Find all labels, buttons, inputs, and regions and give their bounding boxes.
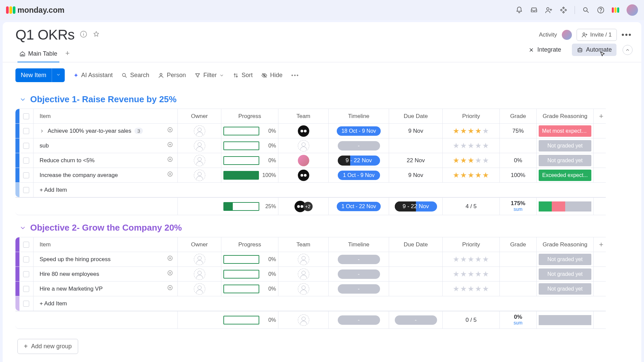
- row-checkbox[interactable]: [23, 187, 29, 193]
- product-switcher-icon[interactable]: [612, 6, 619, 14]
- col-owner[interactable]: Owner: [178, 109, 221, 123]
- priority-cell[interactable]: ★★★★★: [443, 153, 500, 168]
- col-grade[interactable]: Grade: [500, 237, 537, 252]
- add-item-row[interactable]: + Add Item: [15, 296, 606, 311]
- add-update-icon[interactable]: [167, 255, 173, 263]
- item-name-cell[interactable]: Increase the company average: [34, 168, 178, 182]
- new-item-caret[interactable]: [52, 68, 65, 82]
- col-progress[interactable]: Progress: [221, 237, 278, 252]
- sort-button[interactable]: Sort: [233, 72, 253, 79]
- team-placeholder[interactable]: [298, 254, 309, 265]
- info-icon[interactable]: [80, 31, 87, 40]
- team-cell[interactable]: [278, 267, 329, 281]
- automate-button[interactable]: Automate: [572, 44, 616, 56]
- priority-cell[interactable]: ★★★★★: [443, 138, 500, 153]
- group-header[interactable]: Objective 1- Raise Revenue by 25%: [15, 92, 641, 109]
- reason-cell[interactable]: Not graded yet: [537, 153, 594, 168]
- team-cell[interactable]: [278, 282, 329, 296]
- add-column-button[interactable]: +: [594, 109, 606, 123]
- add-update-icon[interactable]: [167, 141, 173, 150]
- timeline-pill[interactable]: -: [338, 141, 380, 150]
- team-avatar-group[interactable]: [298, 170, 309, 181]
- hide-button[interactable]: Hide: [261, 72, 282, 79]
- progress-cell[interactable]: 0%: [221, 252, 278, 266]
- col-due[interactable]: Due Date: [389, 237, 443, 252]
- team-cell[interactable]: [278, 124, 329, 138]
- owner-cell[interactable]: [178, 267, 221, 281]
- due-cell[interactable]: 9 Nov: [389, 168, 443, 182]
- progress-cell[interactable]: 100%: [221, 168, 278, 182]
- owner-cell[interactable]: [178, 252, 221, 266]
- due-cell[interactable]: 9 Nov: [389, 124, 443, 138]
- timeline-cell[interactable]: 9 - 22 Nov: [329, 153, 389, 168]
- col-due[interactable]: Due Date: [389, 109, 443, 123]
- col-grade[interactable]: Grade: [500, 109, 537, 123]
- row-checkbox[interactable]: [23, 256, 29, 262]
- col-item[interactable]: Item: [34, 237, 178, 252]
- activity-label[interactable]: Activity: [539, 32, 557, 38]
- grade-cell[interactable]: [500, 252, 537, 266]
- timeline-cell[interactable]: -: [329, 138, 389, 153]
- reason-cell[interactable]: Not graded yet: [537, 138, 594, 153]
- reason-cell[interactable]: Met most expecta...: [537, 124, 594, 138]
- help-icon[interactable]: [597, 6, 604, 14]
- activity-avatar[interactable]: [562, 30, 572, 40]
- more-icon[interactable]: •••: [622, 30, 632, 40]
- team-cell[interactable]: [278, 252, 329, 266]
- col-item[interactable]: Item: [34, 109, 178, 123]
- star-icon[interactable]: [93, 31, 100, 40]
- owner-cell[interactable]: [178, 282, 221, 296]
- item-name-cell[interactable]: Achieve 100% year-to-year sales 3: [34, 124, 178, 138]
- add-group-button[interactable]: + Add new group: [17, 339, 78, 354]
- expand-subitems-icon[interactable]: [40, 129, 44, 133]
- team-placeholder[interactable]: [298, 268, 309, 280]
- team-avatar-person[interactable]: [298, 155, 309, 166]
- priority-cell[interactable]: ★★★★★: [443, 168, 500, 182]
- progress-cell[interactable]: 0%: [221, 124, 278, 138]
- timeline-cell[interactable]: -: [329, 282, 389, 296]
- priority-cell[interactable]: ★★★★★: [443, 124, 500, 138]
- add-update-icon[interactable]: [167, 171, 173, 179]
- integrate-button[interactable]: Integrate: [523, 44, 566, 56]
- progress-cell[interactable]: 0%: [221, 153, 278, 168]
- grade-cell[interactable]: 100%: [500, 168, 537, 182]
- bell-icon[interactable]: [516, 6, 523, 14]
- item-name-cell[interactable]: Hire 80 new employees: [34, 267, 178, 281]
- add-update-icon[interactable]: [167, 270, 173, 278]
- ai-assistant-button[interactable]: ✦AI Assistant: [73, 72, 113, 79]
- search-icon[interactable]: [582, 6, 590, 14]
- timeline-pill[interactable]: -: [338, 269, 380, 279]
- invite-button[interactable]: Invite / 1: [577, 29, 617, 41]
- progress-cell[interactable]: 0%: [221, 282, 278, 296]
- row-checkbox[interactable]: [23, 301, 29, 307]
- select-all-checkbox[interactable]: [23, 242, 29, 248]
- timeline-cell[interactable]: 18 Oct - 9 Nov: [329, 124, 389, 138]
- apps-icon[interactable]: [560, 6, 567, 14]
- grade-cell[interactable]: 75%: [500, 124, 537, 138]
- timeline-cell[interactable]: 1 Oct - 9 Nov: [329, 168, 389, 182]
- team-cell[interactable]: [278, 138, 329, 153]
- owner-cell[interactable]: [178, 168, 221, 182]
- due-cell[interactable]: 22 Nov: [389, 153, 443, 168]
- invite-members-icon[interactable]: [545, 6, 552, 14]
- team-placeholder[interactable]: [298, 283, 309, 295]
- col-timeline[interactable]: Timeline: [329, 109, 389, 123]
- team-cell[interactable]: [278, 153, 329, 168]
- team-cell[interactable]: [278, 168, 329, 182]
- row-checkbox[interactable]: [23, 143, 29, 149]
- person-filter-button[interactable]: Person: [158, 72, 186, 79]
- row-checkbox[interactable]: [23, 128, 29, 134]
- owner-cell[interactable]: [178, 124, 221, 138]
- col-owner[interactable]: Owner: [178, 237, 221, 252]
- col-reason[interactable]: Grade Reasoning: [537, 109, 594, 123]
- col-team[interactable]: Team: [278, 109, 329, 123]
- col-reason[interactable]: Grade Reasoning: [537, 237, 594, 252]
- col-priority[interactable]: Priority: [443, 237, 500, 252]
- progress-cell[interactable]: 0%: [221, 138, 278, 153]
- col-timeline[interactable]: Timeline: [329, 237, 389, 252]
- due-cell[interactable]: [389, 138, 443, 153]
- timeline-pill[interactable]: 18 Oct - 9 Nov: [337, 126, 381, 136]
- item-name-cell[interactable]: Hire a new Marketing VP: [34, 282, 178, 296]
- row-checkbox[interactable]: [23, 286, 29, 292]
- col-progress[interactable]: Progress: [221, 109, 278, 123]
